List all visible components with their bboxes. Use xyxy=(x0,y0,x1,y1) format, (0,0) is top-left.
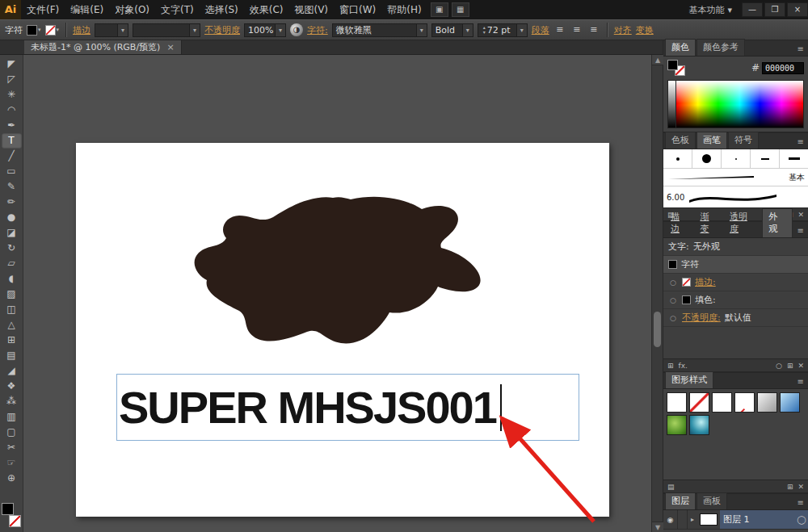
pen-tool[interactable]: ✒ xyxy=(2,118,22,133)
vertical-scrollbar[interactable]: ▲ ▼ xyxy=(651,55,663,532)
width-tool[interactable]: ◖ xyxy=(2,271,22,287)
stroke-none-swatch[interactable] xyxy=(682,278,691,287)
menu-view[interactable]: 视图(V) xyxy=(288,0,334,19)
scrollbar-thumb[interactable] xyxy=(654,312,661,347)
tab-layers[interactable]: 图层 xyxy=(665,492,696,509)
character-panel-link[interactable]: 字符: xyxy=(307,24,328,36)
eyedropper-tool[interactable]: ◢ xyxy=(2,363,22,379)
fill-color-control[interactable]: ▾ xyxy=(27,25,41,36)
rectangle-tool[interactable]: ▭ xyxy=(2,164,22,179)
tab-graphic-styles[interactable]: 图形样式 xyxy=(665,371,713,388)
delete-brush-icon[interactable]: ✕ xyxy=(797,211,804,219)
brush-item-basic[interactable]: 基本 xyxy=(663,169,808,186)
style-thumbnail[interactable] xyxy=(689,392,709,413)
close-button[interactable]: × xyxy=(787,2,808,17)
stroke-link[interactable]: 描边: xyxy=(695,276,716,288)
style-thumbnail[interactable] xyxy=(734,392,755,413)
opacity-panel-link[interactable]: 不透明度 xyxy=(204,24,240,36)
layer-expand-icon[interactable]: ▸ xyxy=(688,510,697,529)
menu-effect[interactable]: 效果(C) xyxy=(244,0,289,19)
stroke-weight-select[interactable]: ▾ xyxy=(95,23,128,37)
delete-style-icon[interactable]: ✕ xyxy=(797,483,804,491)
appearance-row-fill[interactable]: ○ 填色: xyxy=(663,291,808,309)
eraser-tool[interactable]: ◪ xyxy=(2,225,22,241)
style-thumbnail[interactable] xyxy=(757,392,777,413)
brush-item[interactable] xyxy=(780,149,808,168)
fill-color-well[interactable] xyxy=(2,503,14,515)
fill-black-swatch[interactable] xyxy=(682,295,691,304)
text-frame[interactable]: SUPER MHSJS001 xyxy=(116,374,579,441)
gradient-tool[interactable]: ▤ xyxy=(2,348,22,363)
magic-wand-tool[interactable]: ✳ xyxy=(2,87,22,103)
appearance-row-opacity[interactable]: ○ 不透明度: 默认值 xyxy=(663,309,808,327)
fill-stroke-proxy[interactable] xyxy=(667,60,687,76)
menu-help[interactable]: 帮助(H) xyxy=(381,0,427,19)
tab-color[interactable]: 颜色 xyxy=(665,39,696,56)
spinner-down-icon[interactable]: ▾ xyxy=(483,30,486,35)
workspace-switcher[interactable]: 基本功能 ▾ xyxy=(680,4,740,16)
grayscale-ramp[interactable] xyxy=(668,81,676,128)
document-tab[interactable]: 未标题-1* @ 100% (RGB/预览) × xyxy=(24,40,182,54)
tab-brushes[interactable]: 画笔 xyxy=(696,132,727,149)
fill-black-swatch[interactable] xyxy=(667,60,678,70)
close-icon[interactable]: × xyxy=(166,42,174,52)
tab-color-guide[interactable]: 颜色参考 xyxy=(696,39,745,56)
visibility-toggle-icon[interactable]: ○ xyxy=(668,279,678,287)
brush-item[interactable] xyxy=(663,149,692,168)
panel-menu-icon[interactable]: ≡ xyxy=(793,498,808,509)
new-stroke-icon[interactable]: ⊞ xyxy=(667,362,674,370)
stroke-color-control[interactable]: ▾ xyxy=(45,25,60,36)
style-thumbnail[interactable] xyxy=(689,415,709,435)
variable-width-profile-select[interactable]: ▾ xyxy=(133,23,200,37)
blob-brush-tool[interactable]: ● xyxy=(2,210,22,225)
free-transform-tool[interactable]: ▨ xyxy=(2,287,22,302)
canvas-text[interactable]: SUPER MHSJS001 xyxy=(117,385,496,430)
brush-item[interactable] xyxy=(692,149,722,168)
layer-visibility-eye-icon[interactable]: ◉ xyxy=(663,510,678,529)
brush-item-calligraphic[interactable]: 6.00 xyxy=(663,186,808,207)
recolor-artwork-icon[interactable]: ◑ xyxy=(290,23,303,36)
opacity-link[interactable]: 不透明度: xyxy=(682,312,721,324)
scale-tool[interactable]: ▱ xyxy=(2,256,22,271)
hand-tool[interactable]: ☞ xyxy=(2,455,22,471)
stroke-none-swatch[interactable] xyxy=(45,25,56,36)
slice-tool[interactable]: ✂ xyxy=(2,440,22,455)
arrange-documents-icon[interactable]: ▦ xyxy=(452,2,469,17)
bridge-icon[interactable]: ▣ xyxy=(431,2,448,17)
layer-thumbnail[interactable] xyxy=(700,513,718,526)
paragraph-panel-link[interactable]: 段落 xyxy=(532,24,549,36)
new-style-icon[interactable]: ⊞ xyxy=(787,483,793,491)
appearance-row-characters[interactable]: 字符 xyxy=(663,256,808,274)
tab-symbols[interactable]: 符号 xyxy=(728,132,759,149)
transform-panel-link[interactable]: 变换 xyxy=(636,24,654,36)
clear-appearance-icon[interactable]: ○ xyxy=(776,362,782,370)
shape-builder-tool[interactable]: ◫ xyxy=(2,302,22,317)
symbol-sprayer-tool[interactable]: ⁂ xyxy=(2,394,22,409)
zoom-tool[interactable]: ⊕ xyxy=(2,471,22,486)
align-right-icon[interactable]: ≡ xyxy=(587,24,600,36)
rotate-tool[interactable]: ↻ xyxy=(2,241,22,256)
panel-menu-icon[interactable]: ≡ xyxy=(793,377,808,388)
column-graph-tool[interactable]: ▥ xyxy=(2,409,22,425)
layer-target-icon[interactable]: ◯ xyxy=(795,510,808,529)
blend-tool[interactable]: ❖ xyxy=(2,379,22,394)
perspective-grid-tool[interactable]: △ xyxy=(2,317,22,333)
spinner-icons[interactable]: ▴ ▾ xyxy=(482,25,487,35)
tab-gradient[interactable]: 渐变 xyxy=(694,209,722,237)
scroll-up-icon[interactable]: ▲ xyxy=(652,55,663,65)
ink-blob-shape[interactable] xyxy=(76,143,609,517)
style-thumbnail[interactable] xyxy=(712,392,732,413)
pencil-tool[interactable]: ✏ xyxy=(2,195,22,210)
tab-swatches[interactable]: 色板 xyxy=(665,132,696,149)
scroll-down-icon[interactable]: ▼ xyxy=(652,522,663,532)
minimize-button[interactable]: — xyxy=(742,2,763,17)
font-style-select[interactable]: Bold ▾ xyxy=(431,23,473,37)
artboard-tool[interactable]: ▢ xyxy=(2,425,22,440)
delete-item-icon[interactable]: ✕ xyxy=(797,362,804,370)
tab-stroke[interactable]: 描边 xyxy=(665,209,693,237)
lasso-tool[interactable]: ◠ xyxy=(2,103,22,118)
menu-window[interactable]: 窗口(W) xyxy=(334,0,381,19)
style-libraries-icon[interactable]: ▤ xyxy=(667,483,675,491)
type-tool[interactable]: T xyxy=(2,133,22,149)
visibility-toggle-icon[interactable]: ○ xyxy=(668,296,678,304)
